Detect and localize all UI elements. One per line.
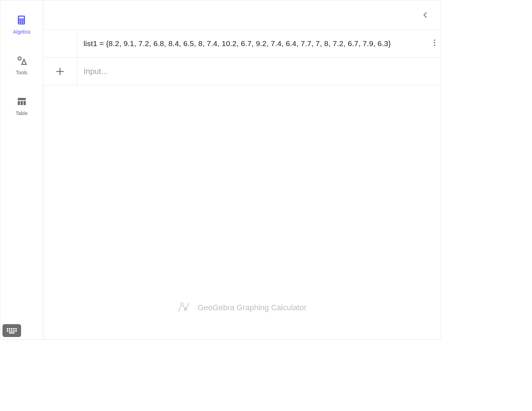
expression-input[interactable] xyxy=(84,67,435,76)
collapse-button[interactable] xyxy=(420,10,430,20)
svg-point-7 xyxy=(23,21,24,22)
topbar xyxy=(43,0,440,30)
more-vertical-icon xyxy=(433,39,436,46)
svg-point-16 xyxy=(434,39,435,41)
svg-rect-27 xyxy=(7,330,8,332)
sidebar: Algebra Tools Table xyxy=(0,0,43,339)
svg-rect-25 xyxy=(13,328,15,330)
svg-rect-30 xyxy=(13,330,15,332)
svg-point-11 xyxy=(18,57,21,60)
keyboard-icon xyxy=(6,327,18,334)
row-toggle[interactable] xyxy=(43,30,77,57)
tools-icon xyxy=(16,55,27,66)
chevron-left-icon xyxy=(421,11,429,19)
table-icon xyxy=(16,96,27,107)
svg-rect-29 xyxy=(11,330,12,332)
svg-rect-1 xyxy=(19,17,24,19)
virtual-keyboard-button[interactable] xyxy=(2,324,21,337)
expression-row[interactable]: list1 = {8.2, 9.1, 7.2, 6.8, 8.4, 6.5, 8… xyxy=(43,30,440,58)
sidebar-label: Algebra xyxy=(13,29,30,35)
svg-point-3 xyxy=(21,20,22,21)
sidebar-item-tools[interactable]: Tools xyxy=(16,55,27,75)
svg-point-9 xyxy=(21,23,22,24)
svg-rect-24 xyxy=(11,328,12,330)
svg-point-2 xyxy=(19,20,20,21)
svg-rect-22 xyxy=(7,328,8,330)
svg-point-6 xyxy=(21,21,22,22)
plus-icon xyxy=(55,66,65,76)
add-row-button[interactable] xyxy=(43,58,77,85)
svg-rect-15 xyxy=(24,101,26,105)
more-button[interactable] xyxy=(433,39,437,48)
calculator-icon xyxy=(16,15,27,25)
svg-point-19 xyxy=(181,303,183,305)
input-row[interactable] xyxy=(43,58,440,85)
svg-point-18 xyxy=(434,44,435,46)
sidebar-label: Table xyxy=(16,110,27,116)
svg-rect-14 xyxy=(20,101,22,105)
app-window: Algebra Tools Table xyxy=(0,0,441,340)
svg-point-17 xyxy=(434,42,435,43)
svg-rect-31 xyxy=(15,330,17,332)
svg-rect-28 xyxy=(9,330,10,332)
algebra-rows: list1 = {8.2, 9.1, 7.2, 6.8, 8.4, 6.5, 8… xyxy=(43,30,440,85)
input-content[interactable] xyxy=(77,58,440,85)
main-panel: list1 = {8.2, 9.1, 7.2, 6.8, 8.4, 6.5, 8… xyxy=(43,0,440,339)
watermark-text: GeoGebra Graphing Calculator xyxy=(198,303,307,312)
svg-point-8 xyxy=(19,23,20,24)
svg-rect-26 xyxy=(15,328,17,330)
sidebar-item-algebra[interactable]: Algebra xyxy=(13,15,30,35)
watermark: GeoGebra Graphing Calculator xyxy=(177,302,307,313)
svg-rect-13 xyxy=(17,101,20,105)
expression-text: list1 = {8.2, 9.1, 7.2, 6.8, 8.4, 6.5, 8… xyxy=(84,39,391,48)
svg-point-4 xyxy=(23,20,24,21)
geogebra-logo-icon xyxy=(177,302,191,313)
svg-point-10 xyxy=(23,23,24,24)
sidebar-label: Tools xyxy=(16,70,27,75)
svg-rect-32 xyxy=(9,332,15,333)
sidebar-item-table[interactable]: Table xyxy=(16,96,27,116)
svg-rect-12 xyxy=(17,98,26,100)
svg-rect-23 xyxy=(9,328,10,330)
svg-point-5 xyxy=(19,21,20,22)
svg-point-20 xyxy=(184,308,187,310)
row-content[interactable]: list1 = {8.2, 9.1, 7.2, 6.8, 8.4, 6.5, 8… xyxy=(77,30,440,57)
